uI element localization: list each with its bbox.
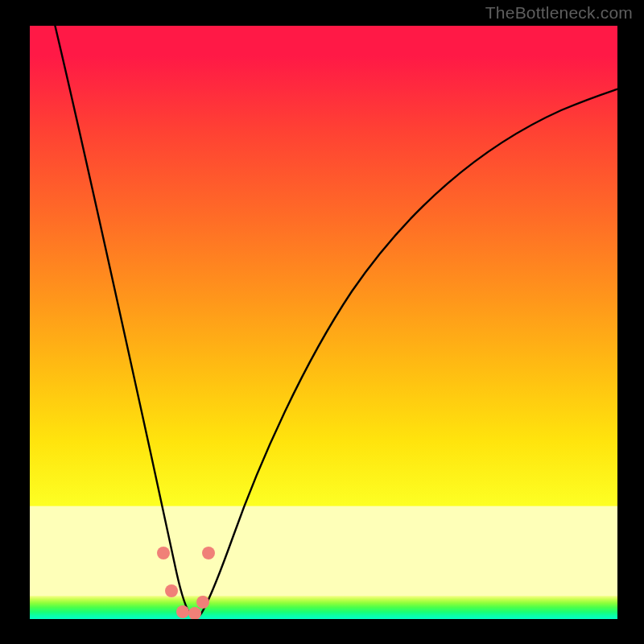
marker-dot (202, 547, 215, 559)
marker-dot (165, 584, 178, 597)
marker-dot (196, 596, 209, 609)
bottleneck-curve (54, 26, 617, 617)
marker-group (157, 547, 215, 619)
curve-layer (30, 26, 617, 619)
marker-dot (188, 607, 201, 619)
chart-frame: TheBottleneck.com (0, 0, 644, 644)
marker-dot (176, 605, 189, 618)
plot-area (30, 26, 617, 619)
marker-dot (157, 547, 170, 559)
watermark-text: TheBottleneck.com (485, 3, 633, 23)
